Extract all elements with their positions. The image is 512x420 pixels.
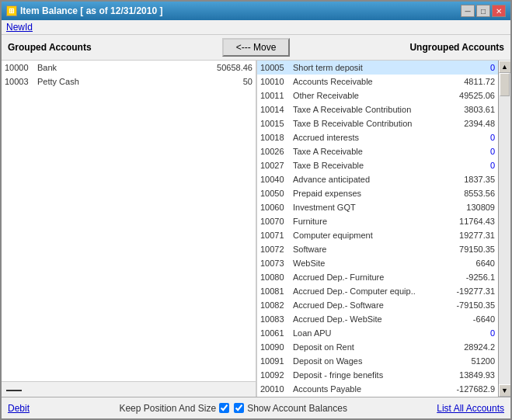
scroll-up-arrow[interactable]: ▲: [499, 61, 511, 73]
account-number: 10092: [260, 370, 293, 380]
close-button[interactable]: ✕: [492, 5, 506, 17]
account-number: 10091: [260, 356, 293, 366]
account-number: 10027: [260, 161, 293, 170]
scroll-down-arrow[interactable]: ▼: [499, 384, 511, 397]
account-number: 10018: [260, 133, 293, 142]
ungrouped-account-row[interactable]: 10090Deposit on Rent28924.2: [257, 340, 498, 354]
scroll-track[interactable]: [499, 73, 510, 384]
ungrouped-account-row[interactable]: 10070Furniture11764.43: [257, 214, 498, 228]
account-number: 10011: [260, 91, 293, 100]
list-all-link[interactable]: List All Accounts: [437, 403, 504, 414]
move-button[interactable]: <--- Move: [222, 38, 291, 57]
title-bar: ⊞ Item Balance [ as of 12/31/2010 ] ─ □ …: [2, 2, 510, 20]
ungrouped-account-row[interactable]: 10073WebSite6640: [257, 256, 498, 270]
window-icon: ⊞: [6, 5, 17, 16]
keep-position-checkbox[interactable]: [219, 403, 229, 413]
ungrouped-account-row[interactable]: 20010Accounts Payable-127682.9: [257, 382, 498, 396]
account-number: 10072: [260, 245, 293, 254]
account-balance: -9256.1: [441, 272, 495, 282]
ungrouped-account-row[interactable]: 10005Short term deposit0: [257, 61, 498, 75]
ungrouped-account-row[interactable]: 10082Accrued Dep.- Software-79150.35: [257, 298, 498, 312]
ungrouped-account-row[interactable]: 10018Accrued interests0: [257, 130, 498, 144]
account-name: Deposit on Wages: [293, 356, 441, 366]
ungrouped-account-row[interactable]: 10026Taxe A Receivable0: [257, 144, 498, 158]
account-balance: 2394.48: [441, 119, 495, 128]
ungrouped-account-row[interactable]: 10083Accrued Dep.- WebSite-6640: [257, 312, 498, 326]
account-number: 10015: [260, 119, 293, 128]
account-name: Taxe B Receivable Contribution: [293, 119, 441, 128]
ungrouped-account-row[interactable]: 10081Accrued Dep.- Computer equip..-1927…: [257, 284, 498, 298]
account-number: 10070: [260, 217, 293, 226]
account-balance: 50658.46: [198, 63, 253, 72]
ungrouped-account-row[interactable]: 10027Taxe B Receivable0: [257, 158, 498, 172]
grouped-accounts-table[interactable]: 10000Bank50658.4610003Petty Cash50: [2, 61, 256, 381]
account-name: Accrued Dep.- WebSite: [293, 314, 441, 324]
ungrouped-account-row[interactable]: 10080Accrued Dep.- Furniture-9256.1: [257, 270, 498, 284]
grouped-header: Grouped Accounts: [8, 42, 92, 53]
grouped-panel: 10000Bank50658.4610003Petty Cash50: [2, 61, 256, 397]
account-balance: 0: [441, 63, 495, 72]
ungrouped-wrapper: 10005Short term deposit010010Accounts Re…: [256, 61, 510, 397]
ungrouped-accounts-table[interactable]: 10005Short term deposit010010Accounts Re…: [256, 61, 498, 397]
account-number: 10083: [260, 314, 293, 324]
menu-bar: NewId: [2, 20, 510, 35]
account-balance: -127682.9: [441, 384, 495, 394]
ungrouped-account-row[interactable]: 10015Taxe B Receivable Contribution2394.…: [257, 116, 498, 130]
ungrouped-account-row[interactable]: 10061Loan APU0: [257, 326, 498, 340]
scroll-thumb[interactable]: [500, 73, 510, 96]
account-balance: -79150.35: [441, 300, 495, 310]
scrollbar[interactable]: ▲ ▼: [498, 61, 510, 397]
account-number: 10090: [260, 342, 293, 352]
new-id-menu[interactable]: NewId: [6, 22, 33, 33]
ungrouped-account-row[interactable]: 10050Prepaid expenses8553.56: [257, 186, 498, 200]
show-balances-checkbox[interactable]: [234, 403, 244, 413]
account-name: Software: [293, 245, 441, 254]
account-balance: 4811.72: [441, 77, 495, 86]
ungrouped-account-row[interactable]: 10060Investment GQT130809: [257, 200, 498, 214]
account-number: 10005: [260, 63, 293, 72]
maximize-button[interactable]: □: [476, 5, 490, 17]
account-balance: 79150.35: [441, 245, 495, 254]
account-number: 10014: [260, 105, 293, 114]
grouped-account-row[interactable]: 10000Bank50658.46: [2, 61, 256, 75]
account-name: Accrued interests: [293, 133, 441, 142]
account-name: Loan APU: [293, 328, 441, 338]
account-name: Deposit on Rent: [293, 342, 441, 352]
account-number: 10071: [260, 231, 293, 240]
status-bar: Debit Keep Position And Size Show Accoun…: [2, 397, 510, 418]
ungrouped-account-row[interactable]: 10072Software79150.35: [257, 242, 498, 256]
account-number: 10040: [260, 175, 293, 184]
account-name: Advance anticipated: [293, 175, 441, 184]
account-balance: 11764.43: [441, 217, 495, 226]
minimize-button[interactable]: ─: [461, 5, 475, 17]
ungrouped-account-row[interactable]: 10040Advance anticipated1837.35: [257, 172, 498, 186]
account-balance: 0: [441, 161, 495, 170]
account-number: 10061: [260, 328, 293, 338]
account-name: Deposit - fringe benefits: [293, 370, 441, 380]
account-balance: 3803.61: [441, 105, 495, 114]
account-number: 10060: [260, 203, 293, 212]
account-balance: 130809: [441, 203, 495, 212]
divider: [2, 381, 256, 397]
ungrouped-account-row[interactable]: 10092Deposit - fringe benefits13849.93: [257, 368, 498, 382]
account-name: Prepaid expenses: [293, 189, 441, 198]
account-number: 10010: [260, 77, 293, 86]
ungrouped-account-row[interactable]: 10014Taxe A Receivable Contribution3803.…: [257, 102, 498, 116]
account-number: 20010: [260, 384, 293, 394]
account-number: 10050: [260, 189, 293, 198]
ungrouped-account-row[interactable]: 10011Other Receivable49525.06: [257, 89, 498, 102]
keep-position-label: Keep Position And Size: [119, 403, 216, 414]
account-balance: 0: [441, 147, 495, 156]
account-name: Taxe A Receivable Contribution: [293, 105, 441, 114]
ungrouped-account-row[interactable]: 10091Deposit on Wages51200: [257, 354, 498, 368]
account-balance: 1837.35: [441, 175, 495, 184]
account-name: WebSite: [293, 259, 441, 268]
ungrouped-account-row[interactable]: 10010Accounts Receivable4811.72: [257, 75, 498, 89]
account-balance: 51200: [441, 356, 495, 366]
debit-link[interactable]: Debit: [8, 403, 30, 414]
ungrouped-account-row[interactable]: 10071Computer equipment19277.31: [257, 228, 498, 242]
grouped-account-row[interactable]: 10003Petty Cash50: [2, 75, 256, 89]
account-name: Taxe B Receivable: [293, 161, 441, 170]
divider-line: [6, 390, 22, 391]
ungrouped-panel: 10005Short term deposit010010Accounts Re…: [256, 61, 510, 397]
